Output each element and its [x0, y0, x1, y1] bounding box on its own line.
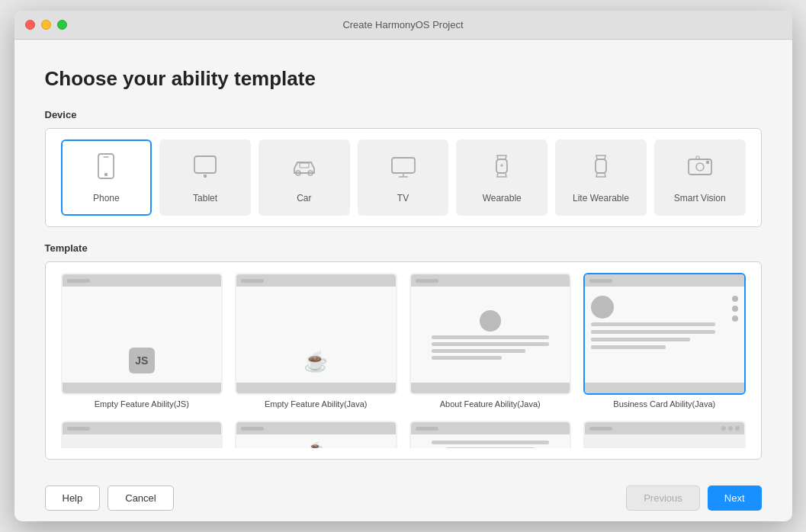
- template-thumb-about-java: [409, 273, 572, 395]
- template-empty-js-label: Empty Feature Ability(JS): [92, 399, 192, 409]
- device-phone-label: Phone: [93, 193, 120, 204]
- next-button[interactable]: Next: [708, 486, 762, 511]
- template-panel: JS Empty Feature Ability(JS) ☕: [45, 261, 762, 460]
- help-button[interactable]: Help: [45, 486, 101, 511]
- page-title: Choose your ability template: [45, 67, 762, 91]
- window-title: Create HarmonyOS Project: [342, 19, 463, 30]
- svg-rect-3: [194, 156, 216, 173]
- device-item-tv[interactable]: TV: [358, 139, 449, 216]
- svg-rect-7: [300, 163, 309, 168]
- tablet-icon: [191, 152, 220, 187]
- footer-left: Help Cancel: [45, 486, 174, 511]
- maximize-button[interactable]: [57, 20, 67, 30]
- svg-point-18: [706, 162, 708, 164]
- template-thumb-row2-1: [61, 421, 223, 448]
- wearable-icon: [487, 152, 516, 187]
- template-about-java-label: About Feature Ability(Java): [437, 399, 544, 409]
- svg-rect-8: [392, 158, 415, 173]
- lite-wearable-icon: [586, 152, 615, 187]
- phone-icon: [92, 152, 120, 187]
- device-lite-wearable-label: Lite Wearable: [573, 193, 629, 204]
- device-item-tablet[interactable]: Tablet: [159, 139, 251, 216]
- js-icon: JS: [129, 348, 155, 373]
- template-empty-java-label: Empty Feature Ability(Java): [262, 399, 371, 409]
- template-section-label: Template: [45, 242, 762, 254]
- template-thumb-biz-java: [583, 273, 746, 395]
- device-tablet-label: Tablet: [193, 193, 217, 204]
- svg-point-16: [696, 163, 704, 171]
- template-thumb-row2-4: [583, 421, 746, 448]
- device-grid: Phone Tablet: [61, 139, 746, 216]
- device-section-label: Device: [45, 109, 762, 120]
- template-item-biz-java[interactable]: Business Card Ability(Java): [583, 273, 746, 409]
- smart-vision-icon: [686, 152, 714, 187]
- template-thumb-empty-java: ☕: [235, 273, 397, 395]
- footer-right: Previous Next: [626, 486, 761, 511]
- tv-icon: [389, 152, 418, 187]
- previous-button[interactable]: Previous: [626, 486, 700, 511]
- car-icon: [290, 152, 319, 187]
- svg-point-2: [105, 174, 108, 176]
- titlebar: Create HarmonyOS Project: [14, 11, 792, 40]
- template-thumb-row2-2: ☕: [235, 421, 397, 448]
- svg-point-4: [204, 175, 207, 178]
- device-smart-vision-label: Smart Vision: [674, 193, 726, 204]
- template-item-row2-3[interactable]: [409, 421, 572, 448]
- content-area: Choose your ability template Device Phon…: [14, 40, 792, 475]
- cancel-button[interactable]: Cancel: [108, 486, 173, 511]
- template-item-empty-js[interactable]: JS Empty Feature Ability(JS): [61, 273, 223, 409]
- device-item-wearable[interactable]: Wearable: [456, 139, 548, 216]
- footer: Help Cancel Previous Next: [14, 475, 792, 521]
- template-item-row2-1[interactable]: [61, 421, 223, 448]
- device-item-phone[interactable]: Phone: [61, 139, 153, 216]
- device-item-lite-wearable[interactable]: Lite Wearable: [555, 139, 647, 216]
- template-item-about-java[interactable]: About Feature Ability(Java): [409, 273, 572, 409]
- main-window: Create HarmonyOS Project Choose your abi…: [14, 11, 792, 521]
- device-panel: Phone Tablet: [45, 128, 762, 227]
- template-thumb-row2-3: [409, 421, 572, 448]
- template-thumb-empty-js: JS: [61, 273, 223, 395]
- device-wearable-label: Wearable: [483, 193, 522, 204]
- close-button[interactable]: [25, 20, 35, 30]
- device-tv-label: TV: [397, 193, 409, 204]
- device-item-smart-vision[interactable]: Smart Vision: [654, 139, 746, 216]
- template-item-empty-java[interactable]: ☕ Empty Feature Ability(Java): [235, 273, 397, 409]
- titlebar-buttons: [25, 20, 67, 30]
- template-grid: JS Empty Feature Ability(JS) ☕: [61, 273, 746, 448]
- template-item-row2-4[interactable]: [583, 421, 746, 448]
- device-item-car[interactable]: Car: [258, 139, 350, 216]
- minimize-button[interactable]: [41, 20, 51, 30]
- template-item-row2-2[interactable]: ☕: [235, 421, 397, 448]
- device-car-label: Car: [297, 193, 311, 204]
- svg-rect-14: [596, 159, 606, 173]
- template-biz-java-label: Business Card Ability(Java): [610, 399, 718, 409]
